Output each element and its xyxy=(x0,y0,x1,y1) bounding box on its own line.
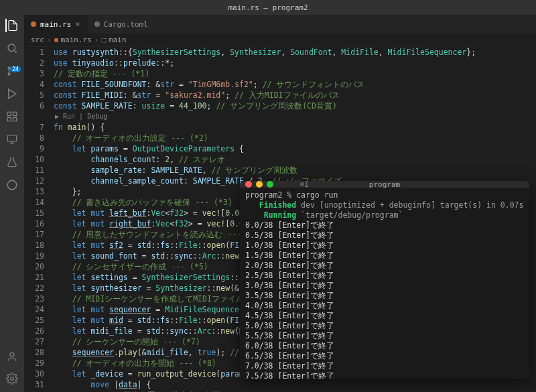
line-number: 19 xyxy=(24,251,44,261)
terminal-titlebar[interactable]: ⌘1 program xyxy=(240,181,529,188)
close-icon[interactable]: × xyxy=(75,19,80,29)
svg-rect-5 xyxy=(13,112,17,115)
tab-label: main.rs xyxy=(40,20,71,29)
line-number: 13 xyxy=(24,186,44,197)
code-line[interactable]: // オーディオの出力設定 --- (*2) xyxy=(54,133,536,143)
rust-file-icon xyxy=(54,38,58,42)
line-number: 3 xyxy=(24,68,44,79)
line-number: 16 xyxy=(24,218,44,229)
line-number: 31 xyxy=(24,379,44,390)
code-line[interactable]: const FILE_SOUNDFONT: &str = "TimGM6mb.s… xyxy=(54,79,536,90)
tab-cargo-toml[interactable]: Cargo.toml xyxy=(88,15,155,34)
tab-label: Cargo.toml xyxy=(104,20,148,29)
line-number: 12 xyxy=(24,176,44,186)
rust-file-icon xyxy=(31,21,36,27)
activity-bar: 24 xyxy=(0,15,24,392)
line-number: 6 xyxy=(24,101,44,111)
line-number: 5 xyxy=(24,90,44,101)
breadcrumb-item[interactable]: main xyxy=(109,36,127,44)
line-number: 4 xyxy=(24,79,44,90)
line-number: 9 xyxy=(24,143,44,154)
line-number: 20 xyxy=(24,261,44,272)
terminal-title: program xyxy=(240,181,529,189)
line-number: 30 xyxy=(24,369,44,379)
code-line[interactable]: move |data| { xyxy=(54,379,536,390)
svg-rect-7 xyxy=(13,118,17,121)
code-line[interactable]: sample_rate: SAMPLE_RATE, // サンプリング周波数 xyxy=(54,165,536,176)
chevron-right-icon: › xyxy=(47,36,52,44)
testing-icon[interactable] xyxy=(5,155,19,169)
svg-point-2 xyxy=(8,73,10,75)
line-number: 28 xyxy=(24,347,44,358)
terminal-body[interactable]: program2 % cargo run Finished dev [unopt… xyxy=(240,188,529,379)
svg-point-9 xyxy=(7,180,17,190)
line-number: 1 xyxy=(24,47,44,58)
tab-main-rs[interactable]: main.rs × xyxy=(24,15,88,34)
run-debug-icon[interactable] xyxy=(5,87,19,101)
line-number: 21 xyxy=(24,272,44,283)
breadcrumb[interactable]: src › main.rs › ⬚ main xyxy=(24,34,536,47)
symbol-function-icon: ⬚ xyxy=(101,36,106,44)
code-line[interactable]: use rustysynth::{SynthesizerSettings, Sy… xyxy=(54,47,536,58)
line-number: 14 xyxy=(24,197,44,208)
code-line[interactable]: let params = OutputDeviceParameters { xyxy=(54,143,536,154)
line-number: 22 xyxy=(24,283,44,293)
outline-icon[interactable] xyxy=(5,178,19,192)
code-line[interactable]: const SAMPLE_RATE: usize = 44_100; // サン… xyxy=(54,101,536,111)
source-control-icon[interactable]: 24 xyxy=(5,64,19,78)
search-icon[interactable] xyxy=(5,42,19,55)
line-number: 25 xyxy=(24,315,44,326)
editor-tabs: main.rs × Cargo.toml xyxy=(24,15,536,34)
scm-badge: 24 xyxy=(10,66,21,72)
line-number: 17 xyxy=(24,229,44,240)
svg-rect-6 xyxy=(7,118,11,121)
line-number: 10 xyxy=(24,154,44,165)
code-line[interactable]: // 定数の指定 --- (*1) xyxy=(54,68,536,79)
svg-point-0 xyxy=(8,44,15,52)
accounts-icon[interactable] xyxy=(6,350,18,365)
line-number: 7 xyxy=(24,122,44,133)
code-line[interactable]: fn main() { xyxy=(54,122,536,133)
svg-rect-8 xyxy=(7,135,17,141)
remote-icon[interactable] xyxy=(5,133,19,146)
code-line[interactable]: const FILE_MIDI: &str = "sakura2.mid"; /… xyxy=(54,90,536,101)
line-number: 8 xyxy=(24,133,44,143)
toml-file-icon xyxy=(94,21,100,27)
line-number: 15 xyxy=(24,208,44,218)
explorer-icon[interactable] xyxy=(5,19,19,32)
line-number: 2 xyxy=(24,58,44,68)
line-number: 18 xyxy=(24,240,44,251)
breadcrumb-item[interactable]: main.rs xyxy=(61,36,92,44)
window-titlebar: main.rs — program2 xyxy=(0,0,536,15)
terminal-window[interactable]: ⌘1 program program2 % cargo run Finished… xyxy=(240,181,529,379)
code-line[interactable]: use tinyaudio::prelude::*; xyxy=(54,58,536,68)
extensions-icon[interactable] xyxy=(5,110,19,123)
line-number: 11 xyxy=(24,165,44,176)
svg-point-10 xyxy=(10,352,14,356)
line-number: 23 xyxy=(24,293,44,304)
codelens-run-debug[interactable]: ▶ Run | Debug xyxy=(54,111,536,122)
chevron-right-icon: › xyxy=(94,36,99,44)
window-title: main.rs — program2 xyxy=(228,3,308,12)
line-number: 27 xyxy=(24,336,44,347)
svg-rect-4 xyxy=(7,112,11,115)
svg-point-11 xyxy=(11,377,14,381)
line-number: 26 xyxy=(24,326,44,336)
line-number: 24 xyxy=(24,304,44,315)
breadcrumb-item[interactable]: src xyxy=(31,36,44,44)
code-line[interactable]: channels_count: 2, // ステレオ xyxy=(54,154,536,165)
line-number-gutter: 1234567891011121314151617181920212223242… xyxy=(24,47,54,392)
settings-gear-icon[interactable] xyxy=(6,373,18,387)
line-number: 29 xyxy=(24,358,44,369)
